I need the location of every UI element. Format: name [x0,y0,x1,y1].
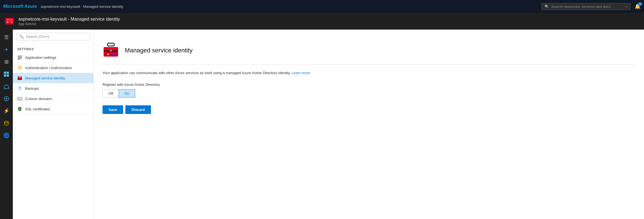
ssl-icon [17,106,22,111]
svg-rect-7 [7,72,9,74]
topbar-search-box[interactable]: 🔍 × [541,3,631,10]
svg-rect-13 [18,57,22,57]
lightning-icon[interactable]: ⚡ [1,105,12,116]
topbar-search-input[interactable] [551,4,623,9]
nav-item-application-settings-label: Application settings [25,55,56,60]
application-settings-icon [17,55,22,60]
database-icon[interactable] [1,118,12,129]
svg-point-31 [108,54,109,55]
content-inner: Managed service identity Your applicatio… [94,35,644,121]
resource-groups-icon[interactable] [1,81,12,92]
dashboard-icon[interactable]: ⊞ [1,56,12,67]
nav-search-area: 🔍 [13,30,93,43]
brand-area: Microsoft Azure [3,4,37,9]
topbar-search-clear-icon[interactable]: × [625,4,628,9]
marketplace-icon[interactable] [1,93,12,104]
toggle-group: Off On [103,89,635,98]
action-buttons: Save Discard [103,105,635,114]
svg-point-11 [4,121,8,123]
resource-header: aspnetcore-msi-keyvault - Managed servic… [0,13,644,30]
topbar-resource-title: aspnetcore-msi-keyvault - Managed servic… [41,4,123,9]
content-area: Managed service identity Your applicatio… [94,30,644,219]
resource-subtitle: App Service [18,22,36,26]
nav-item-custom-domains[interactable]: www Custom domains [13,94,93,104]
svg-rect-15 [18,59,20,60]
backups-icon [17,86,22,91]
learn-more-link[interactable]: Learn more [292,71,310,75]
svg-rect-20 [21,76,21,77]
resource-title: aspnetcore-msi-keyvault - Managed servic… [18,17,120,22]
svg-rect-29 [110,50,112,51]
brand-name: Microsoft Azure [3,4,37,9]
nav-item-managed-identity-label: Managed service identity [25,76,65,80]
svg-rect-3 [7,21,8,23]
notification-badge: 5 [638,2,642,6]
notification-button[interactable]: 🔔 5 [635,3,641,9]
content-header: Managed service identity [103,42,635,59]
all-resources-icon[interactable] [1,69,12,80]
planets-icon[interactable]: 🌀 [1,130,12,141]
svg-text:www: www [18,99,21,100]
svg-rect-8 [4,74,6,77]
svg-rect-12 [18,56,22,56]
nav-search-box-inner[interactable]: 🔍 [16,33,90,40]
discard-button[interactable]: Discard [125,105,151,114]
svg-rect-9 [7,74,9,77]
register-label: Register with Azure Active Directory [103,82,635,87]
custom-domains-icon: www [17,96,22,101]
svg-rect-14 [18,58,22,59]
toggle-on-button[interactable]: On [119,89,135,98]
content-title: Managed service identity [125,47,192,54]
content-description: Your application can communicate with ot… [103,70,635,76]
svg-point-16 [19,67,20,68]
nav-panel: 🔍 SETTINGS Application settings Authenti… [13,30,94,219]
resource-header-text: aspnetcore-msi-keyvault - Managed servic… [18,17,120,26]
toolbox-icon [103,42,119,59]
add-resource-icon[interactable]: + [1,44,12,55]
nav-item-auth-label: Authentication / Authorization [25,66,72,70]
top-divider [94,30,644,30]
topbar: Microsoft Azure aspnetcore-msi-keyvault … [0,0,644,13]
svg-rect-19 [18,76,19,77]
toggle-off-button[interactable]: Off [103,89,119,98]
nav-item-backups[interactable]: Backups [13,83,93,94]
nav-item-managed-service-identity[interactable]: Managed service identity [13,73,93,83]
nav-item-application-settings[interactable]: Application settings [13,52,93,63]
svg-rect-6 [4,72,6,74]
save-button[interactable]: Save [103,105,123,114]
svg-point-32 [111,53,116,55]
auth-icon [17,65,22,70]
nav-item-custom-domains-label: Custom domains [25,97,52,101]
managed-identity-icon [17,76,22,81]
app-service-icon [4,16,14,26]
nav-search-icon: 🔍 [19,35,24,39]
hamburger-menu-icon[interactable]: ☰ [1,32,12,43]
topbar-search-icon: 🔍 [545,4,549,9]
content-divider [103,64,635,65]
nav-section-label: SETTINGS [13,43,93,52]
svg-rect-2 [6,19,13,20]
icon-strip: ☰ + ⊞ ⚡ 🌀 [0,30,13,219]
nav-item-ssl-certificates[interactable]: SSL certificates [13,104,93,114]
main-layout: ☰ + ⊞ ⚡ 🌀 🔍 SETTINGS [0,30,644,219]
svg-rect-25 [108,43,114,46]
svg-point-5 [11,22,12,23]
nav-item-backups-label: Backups [25,86,39,91]
nav-item-ssl-certificates-label: SSL certificates [25,107,50,111]
nav-item-auth[interactable]: Authentication / Authorization [13,63,93,73]
nav-search-input[interactable] [26,35,87,39]
